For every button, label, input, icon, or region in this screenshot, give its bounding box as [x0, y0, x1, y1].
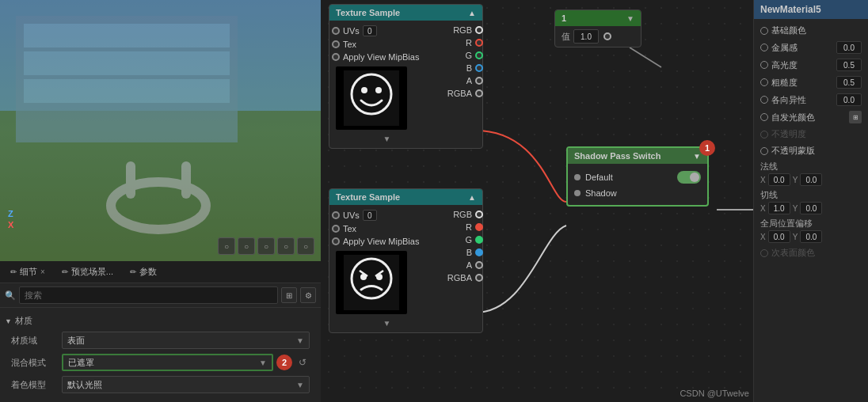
prop-base-color-radio[interactable] — [760, 27, 768, 35]
rgba-port-1 — [475, 89, 483, 97]
shading-dropdown-selected: 默认光照 — [67, 379, 296, 391]
normal-y-label: Y — [793, 176, 798, 184]
texture-2-expand[interactable]: ▼ — [329, 317, 444, 329]
texture-1-expand[interactable]: ▼ — [329, 133, 444, 145]
world-offset-x-value[interactable]: 0.0 — [768, 230, 790, 243]
blend-dropdown-selected: 已遮罩 — [68, 357, 259, 369]
blend-reset-button[interactable]: ↺ — [295, 355, 310, 370]
tex-port — [332, 40, 340, 48]
prop-row-shading: 着色模型 默认光照 ▼ — [5, 374, 316, 396]
uvs-label: UVs — [343, 26, 360, 36]
uvs-value[interactable]: 0 — [363, 25, 377, 36]
prop-world-offset-label: 全局位置偏移 — [760, 218, 813, 228]
search-input[interactable] — [19, 286, 278, 304]
uvs-value-2[interactable]: 0 — [363, 210, 377, 221]
normal-x-label: X — [760, 176, 766, 184]
switch-dropdown-arrow[interactable]: ▼ — [693, 152, 701, 161]
output-b-2: B — [463, 246, 482, 259]
prop-row-blend: 混合模式 已遮罩 ▼ 2 ↺ — [5, 351, 316, 374]
prop-opacity-mask-radio[interactable] — [760, 147, 768, 155]
viewport-ctrl-2[interactable]: ○ — [238, 237, 255, 255]
watermark: CSDN @UTwelve — [680, 389, 749, 398]
texture-node-1-body: UVs 0 Tex Apply View MipBias — [329, 21, 482, 148]
normal-x-value[interactable]: 0.0 — [768, 173, 790, 186]
z-axis-label: Z — [8, 209, 13, 218]
viewport-ctrl-5[interactable]: ○ — [297, 237, 314, 255]
svg-point-13 — [375, 87, 382, 93]
prop-tangent-xy: X 1.0 Y 0.0 — [760, 202, 862, 214]
tab-detail-icon: ✏ — [10, 267, 17, 276]
prop-blend-label: 混合模式 — [11, 357, 59, 369]
value-node-chevron[interactable]: ▼ — [626, 14, 634, 23]
texture-node-2-inputs: UVs 0 Tex Apply View MipBias — [329, 205, 444, 332]
prop-tangent-group: 切线 X 1.0 Y 0.0 — [754, 188, 868, 216]
tab-preview[interactable]: ✏ 预览场景... — [55, 264, 120, 279]
switch-toggle-default[interactable] — [677, 171, 701, 184]
prop-emissive-radio[interactable] — [760, 113, 768, 121]
blend-dropdown[interactable]: 已遮罩 ▼ — [62, 354, 273, 371]
section-arrow: ▼ — [5, 317, 12, 325]
prop-metallic-radio[interactable] — [760, 44, 768, 51]
prop-shading-label: 着色模型 — [11, 379, 59, 391]
svg-point-12 — [361, 87, 367, 93]
tex-port-2 — [332, 225, 340, 233]
g-port-1 — [475, 51, 483, 59]
world-offset-y-value[interactable]: 0.0 — [800, 230, 822, 243]
output-r-2: R — [463, 221, 482, 233]
material-section-header[interactable]: ▼ 材质 — [5, 313, 316, 329]
shading-dropdown[interactable]: 默认光照 ▼ — [62, 376, 310, 393]
prop-opacity-radio — [760, 131, 768, 138]
r-port-2 — [475, 223, 483, 231]
grid-view-button[interactable]: ⊞ — [281, 287, 297, 303]
texture-node-2-collapse[interactable]: ▲ — [468, 193, 476, 202]
viewport-axes: Z X — [8, 209, 13, 229]
svg-rect-5 — [24, 79, 230, 103]
viewport-ctrl-3[interactable]: ○ — [257, 237, 275, 255]
prop-specular-value[interactable]: 0.5 — [836, 59, 862, 71]
value-node-value[interactable]: 1.0 — [573, 29, 599, 44]
domain-dropdown-selected: 表面 — [67, 335, 296, 347]
mip-port — [332, 53, 340, 61]
prop-anisotropy-label: 各向异性 — [771, 94, 833, 106]
uvs-port — [332, 27, 340, 35]
shadow-pass-switch-node: Shadow Pass Switch ▼ Default Shadow 1 — [566, 146, 709, 207]
prop-normal-xy: X 0.0 Y 0.0 — [760, 173, 862, 186]
viewport-ctrl-1[interactable]: ○ — [218, 237, 235, 255]
tab-params-icon: ✏ — [130, 267, 136, 276]
viewport-ctrl-4[interactable]: ○ — [277, 237, 295, 255]
uvs-port-2 — [332, 211, 340, 219]
texture-node-1-collapse[interactable]: ▲ — [468, 9, 476, 17]
prop-metallic-value[interactable]: 0.0 — [836, 41, 862, 54]
prop-world-offset-xy: X 0.0 Y 0.0 — [760, 230, 862, 243]
texture-node-2-header: Texture Sample ▲ — [329, 189, 482, 205]
settings-button[interactable]: ⚙ — [300, 287, 316, 303]
switch-port-shadow — [574, 190, 581, 196]
prop-specular-radio[interactable] — [760, 61, 768, 69]
right-panel-header: NewMaterial5 — [754, 0, 868, 19]
prop-emissive: 自发光颜色 ⊞ — [754, 108, 868, 126]
domain-dropdown[interactable]: 表面 ▼ — [62, 332, 310, 349]
prop-anisotropy-value[interactable]: 0.0 — [836, 93, 862, 106]
viewport: Z X ○ ○ ○ ○ ○ — [0, 0, 321, 261]
prop-roughness: 粗糙度 0.5 — [754, 74, 868, 91]
prop-metallic: 金属感 0.0 — [754, 39, 868, 56]
texture-node-2-title: Texture Sample — [336, 192, 400, 202]
prop-roughness-label: 粗糙度 — [771, 77, 833, 89]
tab-detail-close[interactable]: × — [40, 267, 45, 276]
tab-detail[interactable]: ✏ 细节 × — [4, 264, 51, 279]
prop-opacity-label: 不透明度 — [771, 128, 862, 140]
svg-rect-3 — [24, 24, 230, 47]
r-port-1 — [475, 39, 483, 47]
tab-preview-label: 预览场景... — [71, 266, 113, 278]
prop-anisotropy-radio[interactable] — [760, 96, 768, 104]
tangent-y-value[interactable]: 0.0 — [800, 202, 822, 214]
prop-roughness-radio[interactable] — [760, 78, 768, 86]
texture2-input-uvs: UVs 0 — [329, 208, 444, 222]
tangent-x-value[interactable]: 1.0 — [768, 202, 790, 214]
blend-dropdown-arrow: ▼ — [259, 358, 267, 367]
prop-shading-value: 默认光照 ▼ — [62, 376, 310, 393]
tab-params[interactable]: ✏ 参数 — [124, 264, 163, 279]
search-actions: ⊞ ⚙ — [281, 287, 316, 303]
prop-roughness-value[interactable]: 0.5 — [836, 76, 862, 89]
normal-y-value[interactable]: 0.0 — [800, 173, 822, 186]
